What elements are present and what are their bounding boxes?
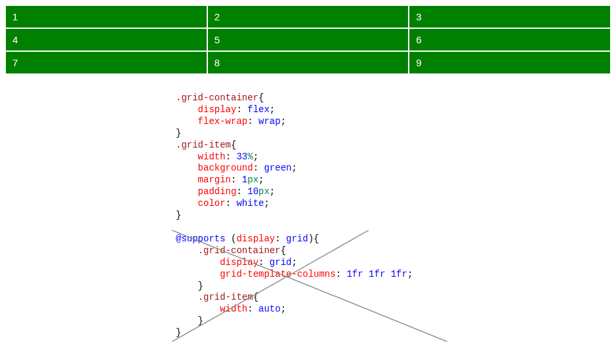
grid-container: 1 2 3 4 5 6 7 8 9 [5, 5, 611, 74]
grid-cell: 6 [409, 29, 610, 51]
grid-cell: 4 [6, 29, 207, 51]
code-block: .grid-container{ display: flex; flex-wra… [176, 92, 543, 339]
code-example: .grid-container{ display: flex; flex-wra… [176, 92, 543, 339]
grid-cell: 8 [208, 52, 409, 73]
grid-cell: 5 [208, 29, 409, 51]
grid-cell: 2 [208, 6, 409, 28]
grid-cell: 7 [6, 52, 207, 73]
grid-cell: 1 [6, 6, 207, 28]
grid-cell: 3 [409, 6, 610, 28]
grid-cell: 9 [409, 52, 610, 73]
